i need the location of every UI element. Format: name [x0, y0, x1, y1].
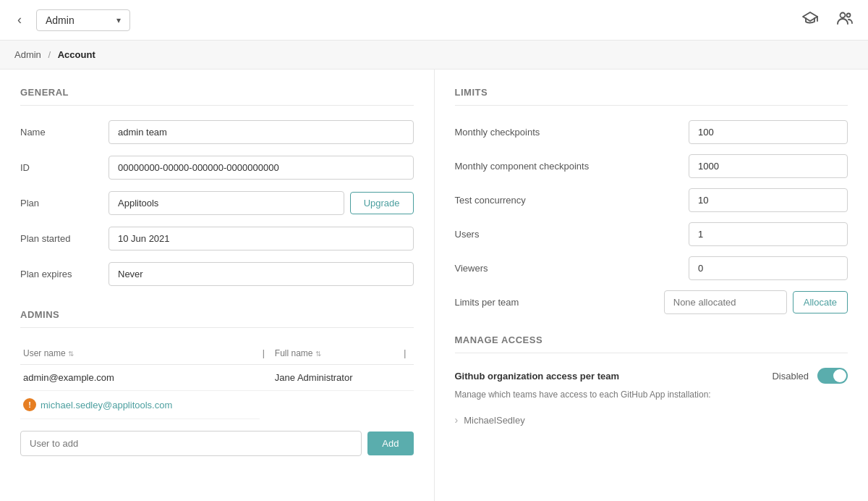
top-nav: ‹ Admin ▾	[0, 0, 868, 41]
users-icon	[836, 9, 854, 27]
plan-row: Plan Upgrade	[20, 191, 414, 215]
back-icon: ‹	[17, 12, 22, 27]
row-divider	[260, 365, 272, 391]
fullname-sort[interactable]: Full name ⇅	[275, 348, 321, 358]
left-panel: GENERAL Name ID Plan Upgrade Plan starte…	[0, 70, 435, 501]
github-access-row: Github organization access per team Disa…	[455, 368, 848, 384]
table-row: admin@example.com Jane Administrator	[20, 365, 414, 391]
add-user-button[interactable]: Add	[367, 431, 413, 455]
monthly-component-label: Monthly component checkpoints	[455, 161, 689, 172]
svg-point-1	[841, 13, 846, 18]
admins-section-header: ADMINS	[20, 309, 414, 328]
sort-icon: ⇅	[68, 350, 74, 358]
team-select-dropdown[interactable]: Admin ▾	[36, 9, 130, 31]
breadcrumb-admin-link[interactable]: Admin	[14, 49, 41, 60]
graduation-cap-icon	[801, 9, 819, 27]
disabled-label: Disabled	[772, 371, 809, 382]
nav-left: ‹ Admin ▾	[12, 9, 130, 31]
chevron-right-icon[interactable]: ›	[455, 414, 459, 426]
warning-icon: !	[23, 398, 36, 411]
plan-row-inputs: Upgrade	[109, 191, 414, 215]
admin-actions	[401, 365, 413, 391]
admin-fullname: Jane Administrator	[272, 365, 401, 391]
col-divider: |	[260, 342, 272, 365]
github-access-toggle[interactable]	[817, 368, 848, 384]
id-label: ID	[20, 162, 100, 173]
viewers-row: Viewers	[455, 256, 848, 280]
warning-cell: ! michael.sedley@applitools.com	[20, 391, 260, 419]
user-icon-button[interactable]	[833, 7, 856, 33]
chevron-down-icon: ▾	[116, 15, 121, 25]
org-row: › MichaelSedley	[455, 408, 848, 431]
main-content: GENERAL Name ID Plan Upgrade Plan starte…	[0, 70, 868, 501]
users-input[interactable]	[689, 222, 848, 246]
warning-user-email: michael.sedley@applitools.com	[41, 400, 172, 411]
plan-input[interactable]	[109, 191, 344, 215]
monthly-checkpoints-row: Monthly checkpoints	[455, 120, 848, 144]
table-row-warning: ! michael.sedley@applitools.com	[20, 391, 414, 420]
viewers-input[interactable]	[689, 256, 848, 280]
monthly-checkpoints-label: Monthly checkpoints	[455, 127, 689, 138]
name-row: Name	[20, 120, 414, 144]
limits-per-team-label: Limits per team	[455, 297, 664, 308]
right-panel: LIMITS Monthly checkpoints Monthly compo…	[435, 70, 869, 501]
breadcrumb-current: Account	[58, 49, 95, 60]
admin-username: admin@example.com	[20, 365, 260, 391]
upgrade-button[interactable]: Upgrade	[350, 192, 414, 214]
github-description: Manage which teams have access to each G…	[455, 390, 848, 400]
col-actions-header: |	[401, 342, 413, 365]
monthly-component-row: Monthly component checkpoints	[455, 154, 848, 178]
admins-section: ADMINS User name ⇅ |	[20, 309, 414, 456]
test-concurrency-label: Test concurrency	[455, 195, 689, 206]
manage-access-section: MANAGE ACCESS Github organization access…	[455, 334, 848, 431]
fullname-col-label: Full name	[275, 348, 313, 358]
plan-started-label: Plan started	[20, 233, 100, 244]
monthly-component-input[interactable]	[689, 154, 848, 178]
plan-started-input[interactable]	[109, 227, 414, 250]
test-concurrency-row: Test concurrency	[455, 188, 848, 212]
general-section-header: GENERAL	[20, 87, 414, 106]
plan-expires-label: Plan expires	[20, 269, 100, 279]
col-fullname-header: Full name ⇅	[272, 342, 401, 365]
plan-label: Plan	[20, 198, 100, 209]
username-sort[interactable]: User name ⇅	[23, 348, 74, 358]
nav-right	[799, 7, 856, 33]
name-label: Name	[20, 127, 100, 138]
allocate-button[interactable]: Allocate	[793, 291, 848, 313]
user-to-add-input[interactable]	[20, 431, 362, 456]
users-label: Users	[455, 229, 689, 240]
users-row: Users	[455, 222, 848, 246]
breadcrumb-separator: /	[48, 49, 51, 60]
limits-section-header: LIMITS	[455, 87, 848, 106]
toggle-knob	[833, 369, 846, 382]
svg-point-2	[847, 14, 851, 17]
add-user-row: Add	[20, 431, 414, 456]
toggle-container: Disabled	[772, 368, 848, 384]
id-input[interactable]	[109, 156, 414, 180]
learn-icon-button[interactable]	[799, 7, 822, 33]
test-concurrency-input[interactable]	[689, 188, 848, 212]
manage-access-header: MANAGE ACCESS	[455, 334, 848, 353]
breadcrumb: Admin / Account	[0, 41, 868, 70]
sort-icon-2: ⇅	[315, 350, 321, 358]
org-name: MichaelSedley	[464, 415, 525, 426]
back-button[interactable]: ‹	[12, 9, 27, 30]
viewers-label: Viewers	[455, 263, 689, 274]
limits-team-right: Allocate	[664, 290, 848, 314]
name-input[interactable]	[109, 120, 414, 144]
monthly-checkpoints-input[interactable]	[689, 120, 848, 144]
id-row: ID	[20, 156, 414, 180]
plan-started-row: Plan started	[20, 227, 414, 250]
plan-expires-input[interactable]	[109, 262, 414, 286]
admins-table: User name ⇅ | Full name ⇅	[20, 342, 414, 419]
col-username-header: User name ⇅	[20, 342, 260, 365]
username-col-label: User name	[23, 348, 66, 358]
team-select-label: Admin	[46, 14, 112, 26]
limits-per-team-row: Limits per team Allocate	[455, 290, 848, 314]
limits-per-team-input[interactable]	[664, 290, 787, 314]
plan-expires-row: Plan expires	[20, 262, 414, 286]
github-access-label: Github organization access per team	[455, 371, 773, 382]
